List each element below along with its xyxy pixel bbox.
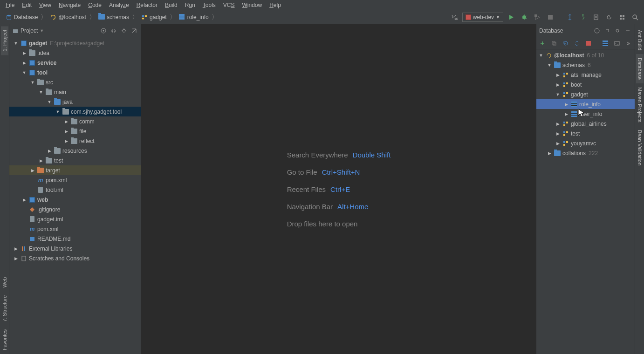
line-col-button[interactable]: 110 (449, 12, 459, 22)
db-collations-row[interactable]: ▶ collations 222 (536, 148, 635, 158)
debug-button[interactable] (519, 12, 529, 22)
db-collapse-button[interactable] (603, 27, 611, 35)
menu-help[interactable]: Help (266, 0, 285, 10)
tree-arrow[interactable]: ▶ (555, 122, 561, 126)
tree-arrow[interactable]: ▼ (47, 100, 52, 104)
db-hide-button[interactable] (623, 27, 632, 35)
menu-tools[interactable]: Tools (199, 0, 219, 10)
project-tree-row[interactable]: ▶resources (9, 146, 141, 156)
project-tree-row[interactable]: ▶file (9, 126, 141, 136)
tree-arrow[interactable]: ▶ (21, 51, 27, 55)
tree-arrow[interactable]: ▼ (30, 80, 35, 85)
db-console-button[interactable] (613, 39, 622, 48)
project-tree-row[interactable]: ▶External Libraries (9, 244, 141, 253)
db-tree-row[interactable]: ▶user_info (536, 109, 635, 119)
project-tree-row[interactable]: ▼src (9, 77, 141, 87)
tree-arrow[interactable]: ▶ (563, 102, 569, 107)
db-stop-button[interactable] (584, 39, 593, 48)
menu-navigate[interactable]: Navigate (55, 0, 84, 10)
menu-run[interactable]: Run (181, 0, 199, 10)
db-add-button[interactable] (538, 39, 547, 48)
project-tree-row[interactable]: ▼tool (9, 68, 141, 77)
tree-arrow[interactable]: ▶ (13, 246, 19, 251)
project-tree-row[interactable]: ▶comm (9, 116, 141, 126)
tree-arrow[interactable]: ▼ (21, 70, 27, 75)
project-tree-row[interactable]: ▶test (9, 156, 141, 165)
project-tree-row[interactable]: ▶Scratches and Consoles (9, 253, 141, 263)
vcs-history-button[interactable] (591, 12, 601, 22)
tree-arrow[interactable]: ▶ (63, 139, 69, 143)
db-tree-row[interactable]: ▶test (536, 129, 635, 138)
project-tree-row[interactable]: ▼com.sjhy.gadget.tool (9, 107, 141, 116)
menu-code[interactable]: Code (84, 0, 105, 10)
tree-arrow[interactable]: ▶ (63, 129, 69, 134)
db-tree-row[interactable]: ▶role_info (536, 99, 635, 109)
tab-favorites[interactable]: Favorites (1, 326, 8, 354)
project-tree-row[interactable]: ▶web (9, 195, 141, 204)
db-tree-row[interactable]: ▼gadget (536, 89, 635, 99)
db-schemas-row[interactable]: ▼ schemas 6 (536, 60, 635, 70)
tree-arrow[interactable]: ▶ (63, 119, 69, 124)
project-tree-row[interactable]: ▼gadgetE:\project\idea\gadget (9, 38, 141, 48)
project-tree-row[interactable]: mpom.xml (9, 224, 141, 234)
db-locate-button[interactable] (593, 27, 601, 35)
tree-arrow[interactable]: ▼ (13, 41, 19, 46)
project-tree-row[interactable]: .gitignore (9, 204, 141, 214)
run-button[interactable] (506, 12, 516, 22)
project-tree-row[interactable]: ▼main (9, 87, 141, 97)
project-tree-row[interactable]: gadget.iml (9, 214, 141, 224)
tree-arrow[interactable]: ▶ (555, 131, 561, 136)
locate-button[interactable] (99, 27, 108, 35)
db-tree-row[interactable]: ▶ats_manage (536, 70, 635, 80)
menu-view[interactable]: View (35, 0, 55, 10)
db-tree-row[interactable]: ▶youyamvc (536, 138, 635, 148)
db-refresh-button[interactable] (561, 39, 570, 48)
vcs-update-button[interactable] (565, 12, 575, 22)
project-tree-row[interactable]: ▶target (9, 165, 141, 175)
vcs-revert-button[interactable] (604, 12, 614, 22)
tree-arrow[interactable]: ▶ (21, 197, 27, 202)
db-tree-row[interactable]: ▶global_airlines (536, 119, 635, 129)
tree-arrow[interactable]: ▼ (38, 90, 44, 95)
db-sync-button[interactable] (573, 39, 582, 48)
project-tree-row[interactable]: ▶reflect (9, 136, 141, 146)
menu-analyze[interactable]: Analyze (105, 0, 133, 10)
search-button[interactable] (630, 12, 640, 22)
tab-project[interactable]: 1: Project (1, 26, 8, 55)
crumb-schemas[interactable]: schemas (96, 13, 131, 21)
project-panel-title[interactable]: Project ▼ (12, 27, 99, 34)
editor-area[interactable]: Search EverywhereDouble ShiftGo to FileC… (142, 24, 536, 354)
db-settings-button[interactable] (613, 27, 622, 35)
tree-arrow[interactable]: ▶ (555, 73, 561, 77)
coverage-button[interactable] (532, 12, 542, 22)
crumb-host[interactable]: @localhost (48, 13, 88, 21)
tab-web[interactable]: Web (1, 273, 8, 291)
project-tree-row[interactable]: tool.iml (9, 185, 141, 195)
db-tree-row[interactable]: ▶boot (536, 80, 635, 89)
project-tree-row[interactable]: README.md (9, 234, 141, 244)
tree-arrow[interactable]: ▶ (30, 168, 35, 173)
collapse-button[interactable] (110, 27, 118, 35)
project-tree-row[interactable]: mpom.xml (9, 175, 141, 185)
db-host-row[interactable]: ▼ @localhost 6 of 10 (536, 50, 635, 60)
tree-arrow[interactable]: ▶ (555, 141, 561, 146)
menu-refactor[interactable]: Refactor (133, 0, 161, 10)
tree-arrow[interactable]: ▶ (13, 256, 19, 261)
vcs-commit-button[interactable] (578, 12, 588, 22)
tree-arrow[interactable]: ▼ (555, 92, 561, 97)
db-table-button[interactable] (601, 39, 610, 48)
tab-structure[interactable]: 7: Structure (1, 292, 8, 326)
tab-database[interactable]: Database (636, 54, 644, 83)
tree-arrow[interactable]: ▶ (563, 112, 569, 116)
database-tree[interactable]: ▼ @localhost 6 of 10 ▼ schemas 6 ▶ats_ma… (536, 49, 635, 354)
run-config-selector[interactable]: web-dev ▼ (462, 13, 503, 22)
settings-button[interactable] (120, 27, 128, 35)
hide-button[interactable] (130, 27, 138, 35)
menu-file[interactable]: File (2, 0, 18, 10)
tree-arrow[interactable]: ▶ (21, 61, 27, 65)
tree-arrow[interactable]: ▶ (47, 149, 52, 153)
project-tree-row[interactable]: ▼java (9, 97, 141, 107)
tab-bean-validation[interactable]: Bean Validation (636, 126, 644, 169)
tab-maven[interactable]: Maven Projects (636, 83, 644, 126)
tree-arrow[interactable]: ▼ (55, 109, 61, 114)
